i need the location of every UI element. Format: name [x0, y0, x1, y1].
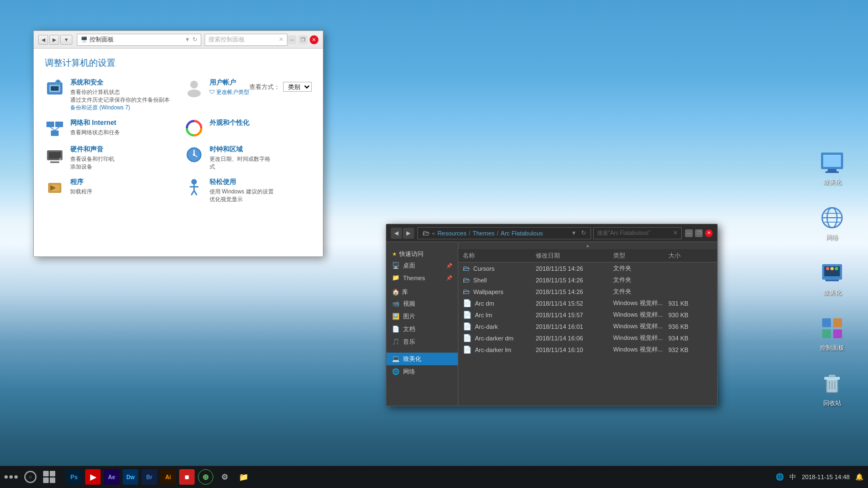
security-link[interactable]: 备份和还原 (Windows 7) — [70, 104, 170, 112]
appearance-title[interactable]: 外观和个性化 — [210, 118, 249, 128]
network-title[interactable]: 网络和 Internet — [70, 118, 120, 128]
taskbar-grid-button[interactable] — [43, 471, 55, 483]
col-size: 大小 — [668, 251, 713, 260]
desktop-icon-img-control-panel — [819, 315, 845, 342]
taskbar-app-dw[interactable]: Dw — [123, 469, 138, 485]
cp-item-accessibility[interactable]: 轻松使用 使用 Windows 建议的设置优化视觉显示 — [184, 177, 312, 203]
taskbar-circle-button[interactable]: ○ — [24, 471, 36, 483]
view-mode-selector[interactable]: 查看方式： 类别 — [249, 82, 312, 92]
taskbar-app-ae[interactable]: Ae — [104, 469, 119, 485]
maximize-button[interactable]: ❐ — [299, 35, 307, 44]
fm-sidebar-network-item[interactable]: 🌐 网络 — [386, 365, 458, 378]
taskbar-app-ps[interactable]: Ps — [66, 469, 82, 485]
svg-rect-27 — [51, 86, 59, 91]
datetime-text: 时钟和区域 更改日期、时间或数字格式 — [210, 145, 270, 171]
fm-path-themes[interactable]: Themes — [473, 230, 495, 237]
desktop-icon-img-beautify-1 — [819, 149, 845, 176]
pictures-sidebar-icon: 🖼️ — [392, 313, 400, 320]
fm-path-arc[interactable]: Arc Flatabulous — [501, 230, 543, 237]
desktop-icon-recycle-bin[interactable]: 回收站 — [813, 370, 851, 407]
fm-sidebar-documents[interactable]: 📄 文档 — [386, 323, 458, 335]
pin-icon-themes: 📌 — [446, 275, 452, 281]
taskbar-app-ai[interactable]: Ai — [160, 469, 176, 485]
taskbar-app-red[interactable]: ■ — [179, 469, 195, 485]
svg-rect-2 — [828, 169, 836, 171]
search-bar[interactable]: 搜索控制面板 ✕ — [205, 34, 287, 46]
fm-forward-button[interactable]: ▶ — [403, 228, 414, 239]
fm-sidebar-music[interactable]: 🎵 音乐 — [386, 335, 458, 348]
fm-sidebar-pictures[interactable]: 🖼️ 图片 — [386, 310, 458, 323]
fm-desktop-label: 桌面 — [403, 261, 415, 270]
cp-item-network[interactable]: 网络和 Internet 查看网络状态和任务 — [45, 118, 173, 138]
desktop-icon-beautify-1[interactable]: 致美化 — [813, 149, 851, 186]
accessibility-title[interactable]: 轻松使用 — [210, 177, 274, 187]
users-title[interactable]: 用户帐户 — [210, 78, 250, 87]
address-bar[interactable]: 🖥️ 控制面板 ▼ ↻ — [77, 34, 201, 46]
cp-items-grid: 系统和安全 查看你的计算机状态通过文件历史记录保存你的文件备份副本备份和还原 (… — [45, 78, 312, 203]
fm-sidebar-themes[interactable]: 📁 Themes 📌 — [386, 272, 458, 284]
back-button[interactable]: ◀ — [38, 35, 48, 45]
file-icon-arc-darker-lm: 📄 — [463, 345, 472, 354]
fm-sidebar-videos[interactable]: 📹 视频 — [386, 297, 458, 310]
taskbar-dots[interactable] — [4, 475, 18, 479]
taskbar-app-files[interactable]: 📁 — [236, 469, 251, 485]
fm-sidebar-desktop[interactable]: 🖥️ 桌面 📌 — [386, 259, 458, 272]
row-name-arc-lm: 📄 Arc lm — [463, 311, 536, 319]
taskbar-app-shield[interactable]: ⊕ — [198, 469, 213, 485]
pin-icon-desktop: 📌 — [446, 263, 452, 269]
fm-address-bar[interactable]: 🗁 « Resources / Themes / Arc Flatabulous… — [417, 227, 591, 239]
cp-item-hardware[interactable]: 硬件和声音 查看设备和打印机添加设备 — [45, 145, 173, 171]
cp-item-security[interactable]: 系统和安全 查看你的计算机状态通过文件历史记录保存你的文件备份副本备份和还原 (… — [45, 78, 173, 112]
cp-item-programs[interactable]: 程序 卸载程序 — [45, 177, 173, 203]
row-name-arc-dark: 📄 Arc-dark — [463, 322, 536, 330]
users-link[interactable]: 🛡 更改帐户类型 — [210, 88, 250, 96]
users-icon — [184, 78, 204, 98]
table-row[interactable]: 🗁 Wallpapers 2018/11/15 14:26 文件夹 — [458, 286, 717, 297]
svg-line-36 — [55, 127, 59, 130]
cp-item-appearance[interactable]: 外观和个性化 — [184, 118, 312, 138]
col-date: 修改日期 — [536, 251, 613, 260]
users-text: 用户帐户 🛡 更改帐户类型 — [210, 78, 250, 96]
accessibility-desc: 使用 Windows 建议的设置优化视觉显示 — [210, 188, 274, 203]
table-row[interactable]: 📄 Arc dm 2018/11/14 15:52 Windows 视觉样...… — [458, 297, 717, 309]
forward-button[interactable]: ▶ — [49, 35, 59, 45]
desktop-icon-network[interactable]: 网络 — [813, 204, 851, 241]
view-mode-dropdown[interactable]: 类别 — [283, 82, 312, 92]
datetime-title[interactable]: 时钟和区域 — [210, 145, 270, 154]
appearance-icon — [184, 118, 204, 138]
security-text: 系统和安全 查看你的计算机状态通过文件历史记录保存你的文件备份副本备份和还原 (… — [70, 78, 170, 112]
fm-close-button[interactable]: ✕ — [705, 229, 713, 237]
programs-icon — [45, 177, 65, 197]
fm-scroll-up[interactable]: ▲ — [458, 242, 717, 249]
fm-maximize-button[interactable]: ❐ — [695, 229, 703, 237]
fm-path-resources[interactable]: Resources — [437, 230, 467, 237]
table-row[interactable]: 📄 Arc-darker lm 2018/11/14 16:10 Windows… — [458, 344, 717, 355]
programs-title[interactable]: 程序 — [70, 177, 92, 187]
fm-sidebar-beautify-active[interactable]: 💻 致美化 — [386, 353, 458, 365]
hardware-title[interactable]: 硬件和声音 — [70, 145, 114, 154]
desktop-icon-control-panel[interactable]: 控制面板 — [813, 315, 851, 351]
minimize-button[interactable]: — — [287, 35, 296, 44]
fm-beautify-active-label: 致美化 — [403, 355, 421, 363]
table-row[interactable]: 🗁 Shell 2018/11/15 14:26 文件夹 — [458, 274, 717, 286]
taskbar-app-settings[interactable]: ⚙ — [217, 469, 232, 485]
taskbar-app-yt[interactable]: ▶ — [85, 469, 101, 485]
file-manager-window: ◀ ▶ 🗁 « Resources / Themes / Arc Flatabu… — [386, 224, 718, 406]
table-row[interactable]: 📄 Arc lm 2018/11/14 15:57 Windows 视觉样...… — [458, 309, 717, 321]
security-title[interactable]: 系统和安全 — [70, 78, 170, 87]
fm-minimize-button[interactable]: — — [685, 229, 693, 237]
fm-search-bar[interactable]: 搜索"Arc Flatabulous" ✕ — [593, 227, 682, 239]
fm-titlebar: ◀ ▶ 🗁 « Resources / Themes / Arc Flatabu… — [386, 224, 717, 242]
table-row[interactable]: 📄 Arc-darker dm 2018/11/14 16:06 Windows… — [458, 332, 717, 344]
svg-rect-33 — [55, 122, 63, 127]
recent-button[interactable]: ▼ — [60, 35, 72, 45]
desktop-icon-beautify-2[interactable]: 致美化 — [813, 260, 851, 296]
close-button[interactable]: ✕ — [310, 35, 318, 44]
taskbar-app-br[interactable]: Br — [142, 469, 157, 485]
table-row[interactable]: 📄 Arc-dark 2018/11/14 16:01 Windows 视觉样.… — [458, 321, 717, 332]
fm-library-header: 🏠 库 — [386, 284, 458, 297]
cp-item-datetime[interactable]: 时钟和区域 更改日期、时间或数字格式 — [184, 145, 312, 171]
table-row[interactable]: 🗁 Cursors 2018/11/15 14:26 文件夹 — [458, 263, 717, 274]
fm-back-button[interactable]: ◀ — [391, 228, 402, 239]
fm-network-item-label: 网络 — [403, 368, 415, 376]
